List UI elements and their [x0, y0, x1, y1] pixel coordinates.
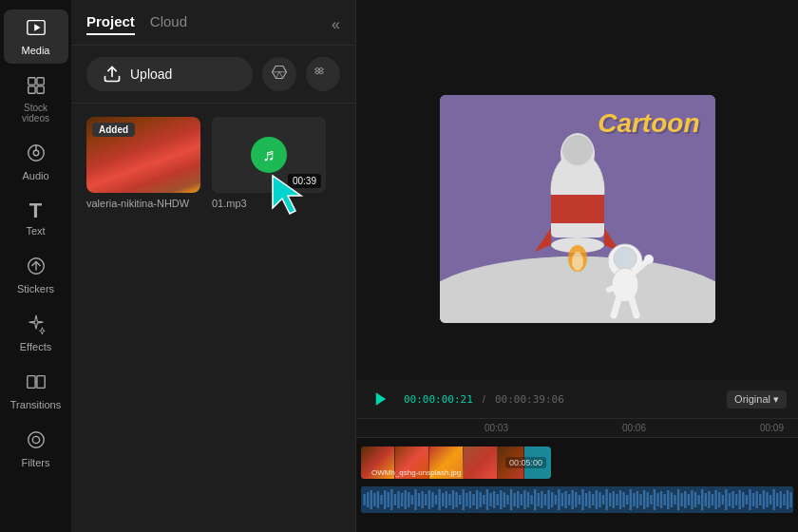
video-track: OWMh_qshg-unsplash.jpg 00:05:00	[356, 444, 798, 482]
sidebar-item-media[interactable]: Media	[4, 10, 68, 64]
svg-point-23	[562, 135, 593, 165]
svg-rect-99	[555, 495, 557, 504]
sidebar-label-audio: Audio	[22, 170, 48, 181]
svg-rect-129	[656, 493, 658, 506]
svg-rect-57	[411, 495, 413, 504]
tab-cloud[interactable]: Cloud	[150, 13, 187, 35]
svg-rect-86	[510, 489, 512, 510]
svg-rect-163	[772, 489, 774, 510]
svg-rect-128	[654, 489, 656, 510]
stock-icon	[26, 75, 47, 99]
sidebar-label-transitions: Transitions	[10, 399, 61, 410]
svg-rect-72	[463, 489, 465, 510]
sidebar-label-stock: Stockvideos	[22, 103, 49, 124]
clip-frame-4	[464, 446, 498, 479]
svg-point-7	[33, 150, 39, 156]
svg-rect-127	[650, 495, 652, 504]
svg-rect-52	[394, 494, 396, 505]
video-clip[interactable]: OWMh_qshg-unsplash.jpg 00:05:00	[361, 446, 551, 479]
svg-rect-161	[766, 492, 768, 507]
media-panel: Project Cloud « Upload	[71, 0, 356, 532]
sidebar-item-audio[interactable]: Audio	[4, 135, 68, 189]
svg-rect-63	[431, 492, 433, 507]
svg-point-15	[32, 436, 39, 443]
sidebar-item-stickers[interactable]: Stickers	[4, 248, 68, 302]
svg-rect-103	[568, 494, 570, 505]
svg-rect-115	[609, 493, 611, 506]
svg-rect-126	[647, 492, 649, 507]
dropbox-button[interactable]	[306, 57, 340, 91]
svg-rect-98	[551, 492, 553, 507]
tab-project[interactable]: Project	[86, 13, 135, 35]
media-item-audio[interactable]: ♬ 00:39 01.mp3	[212, 117, 326, 209]
svg-rect-150	[729, 493, 731, 506]
play-button[interactable]	[368, 386, 394, 412]
svg-rect-65	[438, 489, 440, 510]
svg-rect-123	[636, 491, 638, 508]
svg-rect-159	[759, 494, 761, 505]
upload-button[interactable]: Upload	[86, 57, 253, 91]
sidebar-item-stock[interactable]: Stockvideos	[4, 67, 68, 131]
svg-rect-74	[469, 491, 471, 508]
svg-rect-156	[749, 489, 750, 510]
svg-rect-131	[664, 494, 666, 505]
svg-point-37	[644, 255, 654, 264]
svg-rect-97	[547, 490, 549, 509]
upload-icon	[102, 64, 123, 85]
stickers-icon	[26, 256, 47, 279]
svg-rect-64	[435, 495, 437, 504]
time-separator: /	[483, 393, 485, 405]
svg-line-40	[632, 299, 636, 315]
video-clip-label: OWMh_qshg-unsplash.jpg	[366, 468, 466, 477]
svg-rect-58	[414, 489, 416, 510]
sidebar-item-filters[interactable]: Filters	[4, 422, 68, 476]
sidebar-label-effects: Effects	[20, 341, 51, 352]
sidebar-item-transitions[interactable]: Transitions	[4, 364, 68, 418]
svg-rect-121	[630, 489, 632, 510]
sidebar-item-effects[interactable]: Effects	[4, 306, 68, 360]
sidebar-label-media: Media	[22, 45, 50, 56]
svg-rect-155	[746, 495, 748, 504]
svg-rect-143	[705, 493, 707, 506]
svg-line-39	[614, 299, 618, 315]
svg-rect-5	[36, 86, 43, 93]
quality-button[interactable]: Original ▾	[727, 390, 787, 408]
quality-chevron-icon: ▾	[773, 393, 779, 406]
svg-rect-119	[622, 492, 624, 507]
svg-rect-158	[755, 491, 757, 508]
svg-rect-76	[476, 490, 478, 509]
svg-rect-113	[602, 495, 604, 504]
svg-rect-157	[752, 493, 754, 506]
collapse-panel-button[interactable]: «	[332, 16, 340, 33]
svg-rect-84	[504, 492, 505, 507]
svg-rect-56	[408, 492, 409, 507]
svg-rect-59	[418, 493, 420, 506]
svg-rect-87	[513, 493, 515, 506]
svg-marker-1	[34, 24, 40, 30]
audio-icon	[26, 142, 47, 166]
svg-rect-92	[530, 495, 532, 504]
svg-point-14	[28, 432, 44, 448]
clip-duration-badge: 00:05:00	[505, 457, 546, 468]
svg-rect-166	[783, 494, 785, 505]
svg-rect-135	[677, 489, 679, 510]
svg-rect-134	[674, 495, 675, 504]
svg-rect-152	[735, 494, 737, 505]
sidebar-item-text[interactable]: T Text	[4, 193, 68, 244]
svg-rect-107	[581, 489, 583, 510]
svg-rect-80	[489, 493, 491, 506]
added-badge: Added	[92, 123, 135, 137]
effects-icon	[26, 314, 47, 337]
audio-waveform-container[interactable]	[361, 486, 793, 513]
svg-rect-125	[643, 490, 645, 509]
media-item-video[interactable]: Added valeria-nikitina-NHDW	[86, 117, 200, 209]
sidebar: Media Stockvideos Audio T Text	[0, 0, 71, 532]
svg-rect-164	[776, 493, 778, 506]
svg-rect-168	[789, 492, 791, 507]
svg-rect-49	[384, 490, 386, 509]
google-drive-button[interactable]	[262, 57, 296, 91]
svg-rect-79	[486, 489, 488, 510]
svg-rect-95	[541, 491, 542, 508]
svg-rect-108	[585, 493, 587, 506]
svg-rect-167	[787, 490, 788, 509]
